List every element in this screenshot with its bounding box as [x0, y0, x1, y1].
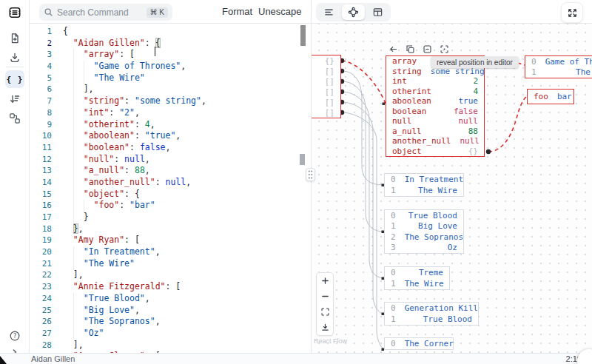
- editor-line[interactable]: 9 "otherint": 4,: [30, 119, 311, 131]
- node-row[interactable]: 1The Wire: [385, 185, 463, 196]
- graph-node-alexander[interactable]: 0Generation Kill1True Blood: [384, 302, 479, 326]
- unescape-button[interactable]: Unescape: [258, 0, 302, 24]
- graph-node-annie[interactable]: 0True Blood1Big Love2The Sopranos3Oz: [384, 209, 464, 254]
- node-row[interactable]: 0Game of Thrones: [525, 56, 592, 67]
- code-text[interactable]: "array": [: [63, 49, 135, 61]
- code-text[interactable]: {: [63, 26, 68, 38]
- focus-node-button[interactable]: [439, 44, 449, 54]
- node-row[interactable]: foobar: [528, 90, 574, 104]
- graph-node-aidan[interactable]: array[]stringsome stringint2otherint4abo…: [386, 55, 485, 157]
- download-image-button[interactable]: [317, 320, 333, 335]
- graph-node-alice[interactable]: 0The Corner: [384, 337, 454, 350]
- node-row[interactable]: object{}: [386, 146, 484, 157]
- sidebar-item-json-editor[interactable]: { }: [5, 70, 24, 88]
- help-button[interactable]: ?: [5, 327, 24, 345]
- editor-line[interactable]: 24 "True Blood",: [30, 293, 311, 305]
- fit-view-button[interactable]: [317, 304, 333, 320]
- code-text[interactable]: "Annie Fitzgerald": [: [63, 281, 181, 293]
- code-text[interactable]: "aboolean": "true",: [63, 130, 181, 142]
- node-row[interactable]: []: [312, 76, 340, 87]
- editor-line[interactable]: 16 "foo": "bar": [30, 200, 311, 212]
- format-button[interactable]: Format: [222, 0, 252, 24]
- editor-line[interactable]: 14 "another_null": null,: [30, 177, 311, 189]
- editor-line[interactable]: 19 "Amy Ryan": [: [30, 235, 311, 246]
- node-row[interactable]: 0Generation Kill: [385, 303, 478, 314]
- node-row[interactable]: int2: [386, 76, 484, 87]
- editor-line[interactable]: 22 ],: [30, 269, 311, 281]
- code-text[interactable]: "Big Love",: [63, 305, 140, 317]
- graph-node-got[interactable]: 0Game of Thrones1The Wire: [525, 55, 592, 78]
- graph-canvas[interactable]: reveal position in editor {}[][][]rd[][]…: [312, 24, 592, 353]
- editor-line[interactable]: 18 },: [30, 223, 311, 235]
- sidebar-item-sort[interactable]: [5, 90, 24, 108]
- download-button[interactable]: [5, 49, 24, 67]
- editor-line[interactable]: 23 "Annie Fitzgerald": [: [30, 281, 311, 293]
- code-text[interactable]: }: [63, 212, 89, 223]
- code-text[interactable]: ],: [63, 269, 84, 281]
- code-text[interactable]: "a_null": 88,: [63, 165, 150, 177]
- code-text[interactable]: "int": "2",: [63, 107, 140, 119]
- node-row[interactable]: 0In Treatment: [385, 174, 463, 185]
- copy-node-button[interactable]: [405, 44, 415, 54]
- editor-line[interactable]: 1{: [30, 26, 311, 38]
- graph-node-root[interactable]: {}[][][]rd[][]: [312, 55, 341, 118]
- code-text[interactable]: "foo": "bar": [63, 200, 155, 212]
- editor-line[interactable]: 13 "a_null": 88,: [30, 165, 311, 177]
- node-row[interactable]: another_nullnull: [386, 136, 484, 146]
- node-row[interactable]: 1True Blood: [385, 314, 478, 325]
- node-row[interactable]: a_null88: [386, 127, 484, 137]
- editor-line[interactable]: 17 }: [30, 212, 311, 223]
- editor-line[interactable]: 8 "int": "2",: [30, 107, 311, 119]
- editor-line[interactable]: 26 "The Sopranos",: [30, 316, 311, 328]
- editor-line[interactable]: 4 "Game of Thrones",: [30, 61, 311, 73]
- node-row[interactable]: abooleantrue: [386, 96, 484, 107]
- code-text[interactable]: "Game of Thrones",: [63, 61, 186, 73]
- code-text[interactable]: "string": "some string",: [63, 95, 206, 107]
- editor-line[interactable]: 5 "The Wire": [30, 73, 311, 84]
- new-document-button[interactable]: [5, 30, 24, 47]
- editor-line[interactable]: 20 "In Treatment",: [30, 246, 311, 258]
- code-text[interactable]: ],: [63, 84, 94, 95]
- node-row[interactable]: 1Big Love: [385, 221, 463, 232]
- sidebar-item-transform[interactable]: [5, 109, 24, 127]
- editor-line[interactable]: 3 "array": [: [30, 49, 311, 61]
- json-code-editor[interactable]: 1{2 "Aidan Gillen": {3 "array": [4 "Game…: [30, 24, 311, 353]
- fullscreen-button[interactable]: [561, 2, 583, 23]
- node-row[interactable]: 0Treme: [385, 267, 449, 278]
- editor-scrollbar-thumb[interactable]: [300, 25, 306, 46]
- node-row[interactable]: []: [312, 66, 340, 76]
- node-row[interactable]: 1The Wire: [525, 67, 592, 78]
- code-text[interactable]: "boolean": false,: [63, 142, 170, 154]
- code-text[interactable]: "another_null": null,: [63, 177, 191, 189]
- node-row[interactable]: 3Oz: [385, 243, 463, 254]
- editor-line[interactable]: 25 "Big Love",: [30, 305, 311, 317]
- search-command-input[interactable]: Search Command ⌘ K: [39, 4, 172, 21]
- node-row[interactable]: otherint4: [386, 87, 484, 97]
- zoom-in-button[interactable]: [317, 273, 333, 289]
- code-text[interactable]: "null": null,: [63, 154, 150, 166]
- node-row[interactable]: 2The Sopranos: [385, 232, 463, 243]
- table-view-button[interactable]: [366, 4, 389, 20]
- code-text[interactable]: "True Blood",: [63, 293, 150, 305]
- graph-node-amy[interactable]: 0In Treatment1The Wire: [384, 173, 464, 197]
- node-row[interactable]: 0The Corner: [385, 338, 453, 349]
- node-row[interactable]: {}: [312, 55, 340, 66]
- graph-node-foo[interactable]: foobar: [527, 89, 574, 104]
- editor-line[interactable]: 7 "string": "some string",: [30, 95, 311, 107]
- editor-line[interactable]: 2 "Aidan Gillen": {: [30, 38, 311, 50]
- code-text[interactable]: "Aidan Gillen": {: [63, 38, 161, 50]
- code-text[interactable]: "Amy Ryan": [: [63, 235, 140, 246]
- text-view-button[interactable]: [317, 4, 340, 20]
- code-text[interactable]: "In Treatment",: [63, 246, 161, 258]
- node-row[interactable]: 1The Wire: [385, 278, 449, 289]
- editor-line[interactable]: 21 "The Wire": [30, 258, 311, 270]
- node-row[interactable]: []: [312, 107, 340, 118]
- editor-line[interactable]: 11 "boolean": false,: [30, 142, 311, 154]
- panel-resize-handle[interactable]: [306, 168, 315, 181]
- code-text[interactable]: },: [63, 223, 84, 235]
- node-row[interactable]: []: [312, 87, 340, 97]
- graph-view-button[interactable]: [342, 4, 365, 20]
- node-row[interactable]: 0True Blood: [385, 210, 463, 221]
- app-logo[interactable]: [5, 4, 24, 21]
- collapse-node-button[interactable]: [422, 44, 432, 54]
